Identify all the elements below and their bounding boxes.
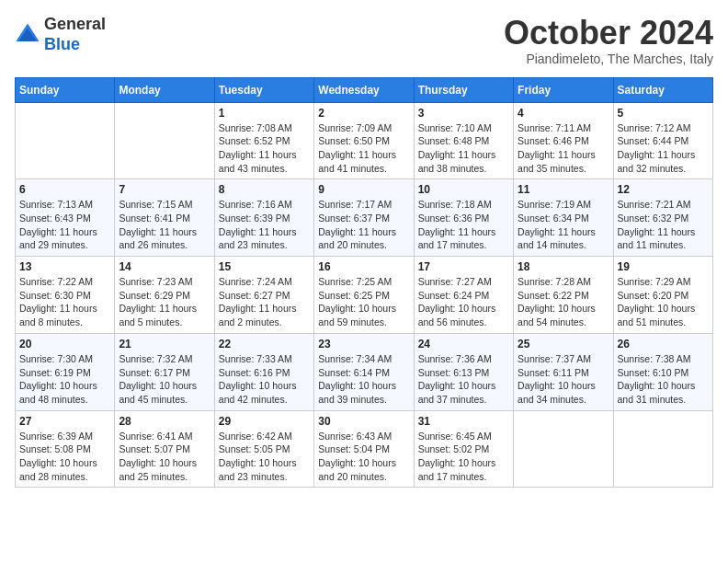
day-info: Sunrise: 7:16 AM Sunset: 6:39 PM Dayligh… xyxy=(219,198,310,252)
logo-general: General xyxy=(44,15,106,33)
calendar-cell: 21Sunrise: 7:32 AM Sunset: 6:17 PM Dayli… xyxy=(115,333,214,410)
calendar-cell: 23Sunrise: 7:34 AM Sunset: 6:14 PM Dayli… xyxy=(314,333,414,410)
day-info: Sunrise: 7:32 AM Sunset: 6:17 PM Dayligh… xyxy=(119,352,210,407)
day-number: 12 xyxy=(618,183,709,196)
day-number: 31 xyxy=(418,415,509,428)
day-number: 21 xyxy=(119,338,210,350)
logo-blue: Blue xyxy=(44,35,80,53)
day-info: Sunrise: 7:08 AM Sunset: 6:52 PM Dayligh… xyxy=(219,121,310,176)
calendar-cell: 8Sunrise: 7:16 AM Sunset: 6:39 PM Daylig… xyxy=(214,179,313,257)
day-info: Sunrise: 7:15 AM Sunset: 6:41 PM Dayligh… xyxy=(119,198,210,252)
calendar-cell: 3Sunrise: 7:10 AM Sunset: 6:48 PM Daylig… xyxy=(414,102,513,179)
calendar-cell: 24Sunrise: 7:36 AM Sunset: 6:13 PM Dayli… xyxy=(414,333,513,410)
day-info: Sunrise: 7:29 AM Sunset: 6:20 PM Dayligh… xyxy=(618,275,709,329)
weekday-header: Thursday xyxy=(414,77,513,102)
day-info: Sunrise: 7:13 AM Sunset: 6:43 PM Dayligh… xyxy=(19,198,110,252)
day-info: Sunrise: 7:12 AM Sunset: 6:44 PM Dayligh… xyxy=(618,121,709,176)
day-info: Sunrise: 6:43 AM Sunset: 5:04 PM Dayligh… xyxy=(318,430,409,484)
title-block: October 2024 Piandimeleto, The Marches, … xyxy=(504,15,713,66)
day-number: 23 xyxy=(318,338,409,350)
day-info: Sunrise: 6:41 AM Sunset: 5:07 PM Dayligh… xyxy=(119,430,210,484)
logo: General Blue xyxy=(15,15,106,54)
day-number: 25 xyxy=(518,338,609,350)
day-number: 17 xyxy=(418,260,509,273)
calendar-cell: 13Sunrise: 7:22 AM Sunset: 6:30 PM Dayli… xyxy=(16,257,115,334)
day-number: 27 xyxy=(19,415,110,428)
day-info: Sunrise: 7:37 AM Sunset: 6:11 PM Dayligh… xyxy=(518,352,609,407)
day-info: Sunrise: 7:25 AM Sunset: 6:25 PM Dayligh… xyxy=(318,275,409,329)
day-number: 3 xyxy=(418,107,509,120)
weekday-header: Saturday xyxy=(613,77,712,102)
day-number: 16 xyxy=(318,260,409,273)
calendar-cell: 5Sunrise: 7:12 AM Sunset: 6:44 PM Daylig… xyxy=(613,102,712,179)
day-number: 9 xyxy=(318,183,409,196)
calendar-cell xyxy=(115,102,214,179)
calendar-cell xyxy=(613,410,712,488)
day-number: 29 xyxy=(219,415,310,428)
calendar-cell: 28Sunrise: 6:41 AM Sunset: 5:07 PM Dayli… xyxy=(115,410,214,488)
day-info: Sunrise: 6:42 AM Sunset: 5:05 PM Dayligh… xyxy=(219,430,310,484)
day-info: Sunrise: 7:17 AM Sunset: 6:37 PM Dayligh… xyxy=(318,198,409,252)
day-number: 5 xyxy=(618,107,709,120)
day-number: 22 xyxy=(219,338,310,350)
day-info: Sunrise: 7:21 AM Sunset: 6:32 PM Dayligh… xyxy=(618,198,709,252)
day-number: 19 xyxy=(618,260,709,273)
calendar-cell: 15Sunrise: 7:24 AM Sunset: 6:27 PM Dayli… xyxy=(214,257,313,334)
day-number: 14 xyxy=(119,260,210,273)
day-number: 18 xyxy=(518,260,609,273)
day-number: 26 xyxy=(618,338,709,350)
calendar-cell: 6Sunrise: 7:13 AM Sunset: 6:43 PM Daylig… xyxy=(16,179,115,257)
calendar-cell: 22Sunrise: 7:33 AM Sunset: 6:16 PM Dayli… xyxy=(214,333,313,410)
calendar-cell: 30Sunrise: 6:43 AM Sunset: 5:04 PM Dayli… xyxy=(314,410,414,488)
calendar-cell: 12Sunrise: 7:21 AM Sunset: 6:32 PM Dayli… xyxy=(613,179,712,257)
calendar-cell: 31Sunrise: 6:45 AM Sunset: 5:02 PM Dayli… xyxy=(414,410,513,488)
calendar-week-row: 6Sunrise: 7:13 AM Sunset: 6:43 PM Daylig… xyxy=(16,179,713,257)
calendar-cell: 7Sunrise: 7:15 AM Sunset: 6:41 PM Daylig… xyxy=(115,179,214,257)
month-title: October 2024 xyxy=(504,15,713,52)
day-number: 1 xyxy=(219,107,310,120)
calendar-cell: 9Sunrise: 7:17 AM Sunset: 6:37 PM Daylig… xyxy=(314,179,414,257)
day-number: 7 xyxy=(119,183,210,196)
day-info: Sunrise: 7:18 AM Sunset: 6:36 PM Dayligh… xyxy=(418,198,509,252)
calendar-cell: 17Sunrise: 7:27 AM Sunset: 6:24 PM Dayli… xyxy=(414,257,513,334)
page-header: General Blue October 2024 Piandimeleto, … xyxy=(15,15,713,66)
day-number: 15 xyxy=(219,260,310,273)
day-number: 4 xyxy=(518,107,609,120)
calendar-cell: 4Sunrise: 7:11 AM Sunset: 6:46 PM Daylig… xyxy=(514,102,613,179)
day-info: Sunrise: 7:33 AM Sunset: 6:16 PM Dayligh… xyxy=(219,352,310,407)
day-info: Sunrise: 7:24 AM Sunset: 6:27 PM Dayligh… xyxy=(219,275,310,329)
day-info: Sunrise: 7:23 AM Sunset: 6:29 PM Dayligh… xyxy=(119,275,210,329)
weekday-header: Friday xyxy=(514,77,613,102)
calendar-cell: 20Sunrise: 7:30 AM Sunset: 6:19 PM Dayli… xyxy=(16,333,115,410)
calendar-week-row: 13Sunrise: 7:22 AM Sunset: 6:30 PM Dayli… xyxy=(16,257,713,334)
calendar-cell: 2Sunrise: 7:09 AM Sunset: 6:50 PM Daylig… xyxy=(314,102,414,179)
location: Piandimeleto, The Marches, Italy xyxy=(504,52,713,66)
day-number: 10 xyxy=(418,183,509,196)
calendar-cell: 11Sunrise: 7:19 AM Sunset: 6:34 PM Dayli… xyxy=(514,179,613,257)
calendar-week-row: 1Sunrise: 7:08 AM Sunset: 6:52 PM Daylig… xyxy=(16,102,713,179)
calendar-cell: 19Sunrise: 7:29 AM Sunset: 6:20 PM Dayli… xyxy=(613,257,712,334)
day-number: 6 xyxy=(19,183,110,196)
calendar-cell xyxy=(514,410,613,488)
weekday-header: Monday xyxy=(115,77,214,102)
day-info: Sunrise: 7:38 AM Sunset: 6:10 PM Dayligh… xyxy=(618,352,709,407)
calendar-cell: 25Sunrise: 7:37 AM Sunset: 6:11 PM Dayli… xyxy=(514,333,613,410)
day-number: 13 xyxy=(19,260,110,273)
calendar-week-row: 20Sunrise: 7:30 AM Sunset: 6:19 PM Dayli… xyxy=(16,333,713,410)
calendar-header-row: SundayMondayTuesdayWednesdayThursdayFrid… xyxy=(16,77,713,102)
calendar-table: SundayMondayTuesdayWednesdayThursdayFrid… xyxy=(15,77,713,488)
calendar-cell: 14Sunrise: 7:23 AM Sunset: 6:29 PM Dayli… xyxy=(115,257,214,334)
day-info: Sunrise: 7:27 AM Sunset: 6:24 PM Dayligh… xyxy=(418,275,509,329)
day-info: Sunrise: 7:19 AM Sunset: 6:34 PM Dayligh… xyxy=(518,198,609,252)
weekday-header: Sunday xyxy=(16,77,115,102)
day-number: 28 xyxy=(119,415,210,428)
weekday-header: Tuesday xyxy=(214,77,313,102)
day-info: Sunrise: 7:34 AM Sunset: 6:14 PM Dayligh… xyxy=(318,352,409,407)
day-number: 30 xyxy=(318,415,409,428)
day-info: Sunrise: 7:09 AM Sunset: 6:50 PM Dayligh… xyxy=(318,121,409,176)
calendar-cell: 27Sunrise: 6:39 AM Sunset: 5:08 PM Dayli… xyxy=(16,410,115,488)
day-number: 20 xyxy=(19,338,110,350)
weekday-header: Wednesday xyxy=(314,77,414,102)
day-info: Sunrise: 7:28 AM Sunset: 6:22 PM Dayligh… xyxy=(518,275,609,329)
logo-icon xyxy=(15,22,40,48)
